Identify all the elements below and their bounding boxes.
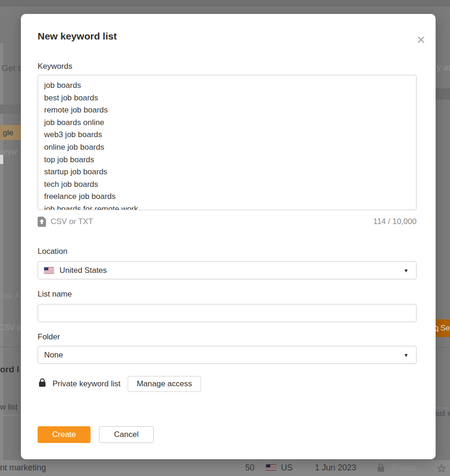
search-button-label: Se xyxy=(440,324,450,333)
list-name-label: List name xyxy=(38,290,72,299)
keyword-input-placeholder: keyw xyxy=(0,147,17,157)
page-header-strip xyxy=(0,0,450,7)
us-flag-icon xyxy=(266,464,276,470)
tab-google-label: gle xyxy=(3,128,13,138)
page-section-band xyxy=(0,105,21,114)
keyword-count-cell: 50 xyxy=(245,463,254,473)
cancel-button[interactable]: Cancel xyxy=(99,426,154,443)
close-icon[interactable]: × xyxy=(417,33,425,46)
date-cell: 1 Jun 2023 xyxy=(315,463,356,473)
location-select[interactable]: United States ▼ xyxy=(38,261,417,279)
ask-ai-link[interactable]: Ask A xyxy=(0,291,20,301)
file-upload-icon[interactable] xyxy=(38,217,46,227)
list-name-input[interactable] xyxy=(38,304,417,322)
star-icon[interactable]: ☆ xyxy=(437,462,447,475)
keywords-label: Keywords xyxy=(38,62,72,71)
folder-value: None xyxy=(44,350,63,360)
folder-label: Folder xyxy=(38,332,60,342)
page-tabbar-band xyxy=(436,88,450,99)
privacy-label: Private keyword list xyxy=(52,379,120,389)
dialog-buttons: Create Cancel xyxy=(38,426,154,443)
csv-upload-link[interactable]: CSV o xyxy=(0,323,21,332)
location-value: United States xyxy=(59,266,107,275)
upload-label[interactable]: CSV or TXT xyxy=(51,217,93,226)
keywords-text: job boards best job boards remote job bo… xyxy=(38,75,416,210)
manage-access-button[interactable]: Manage access xyxy=(128,376,201,392)
dialog-title: New keyword list xyxy=(38,31,117,42)
keyword-counter: 114 / 10,000 xyxy=(373,217,417,226)
divider xyxy=(0,415,21,416)
divider xyxy=(436,408,450,408)
privacy-cell: Private xyxy=(391,463,417,473)
keyword-lists-heading: ord l xyxy=(0,364,19,375)
chevron-down-icon: ▼ xyxy=(404,268,409,273)
us-flag-icon xyxy=(44,267,54,273)
lock-icon xyxy=(378,467,384,472)
create-button[interactable]: Create xyxy=(38,426,91,443)
lock-icon xyxy=(39,382,46,387)
privacy-row: Private keyword list Manage access xyxy=(38,376,417,392)
list-name-cell: nt marketing xyxy=(0,463,46,473)
folder-select[interactable]: None ▼ xyxy=(38,346,417,364)
upload-row: CSV or TXT 114 / 10,000 xyxy=(38,216,417,228)
new-list-button[interactable]: w list xyxy=(0,403,18,412)
keywords-textarea[interactable]: job boards best job boards remote job bo… xyxy=(38,75,417,210)
screen: Get th y an gle keyw Ask A CSV o ord l w… xyxy=(0,0,450,476)
chevron-down-icon: ▼ xyxy=(404,352,409,358)
new-keyword-list-dialog: × New keyword list Keywords job boards b… xyxy=(21,14,436,459)
divider xyxy=(436,347,450,348)
last-edited-column-header: ast e xyxy=(435,409,450,418)
background-text: y an xyxy=(437,62,450,73)
divider xyxy=(0,347,21,347)
country-cell: US xyxy=(281,463,293,473)
location-label: Location xyxy=(38,247,67,256)
